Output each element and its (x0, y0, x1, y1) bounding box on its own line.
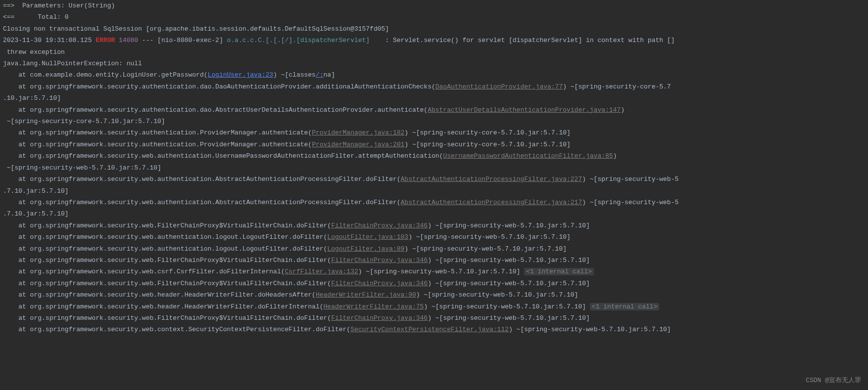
source-link[interactable]: LogoutFilter.java:103 (327, 233, 408, 241)
source-link[interactable]: FilterChainProxy.java:346 (331, 280, 428, 287)
log-line-parameters: ==> Parameters: User(String) (3, 0, 865, 11)
stack-frame-wrap: ~[spring-security-core-5.7.10.jar:5.7.10… (3, 116, 865, 127)
source-link[interactable]: FilterChainProxy.java:346 (331, 314, 428, 322)
stack-frame: at org.springframework.security.web.auth… (3, 231, 865, 243)
stack-frame-wrap: .10.jar:5.7.10] (3, 92, 865, 104)
log-message: Servlet.service() for servlet [dispatche… (393, 37, 675, 44)
stack-frame: at org.springframework.security.authenti… (3, 104, 865, 116)
exception-header: java.lang.NullPointerException: null (3, 58, 865, 69)
log-line-total: <== Total: 0 (3, 11, 865, 23)
source-link[interactable]: ProviderManager.java:201 (312, 141, 404, 148)
log-line-continuation: threw exception (3, 46, 865, 58)
stack-frame: at org.springframework.security.web.Filt… (3, 255, 865, 266)
stack-frame: at org.springframework.security.web.Filt… (3, 278, 865, 289)
source-link[interactable]: CsrfFilter.java:132 (285, 268, 358, 275)
thread-name: [nio-8080-exec-2] (157, 37, 227, 44)
source-link[interactable]: FilterChainProxy.java:346 (331, 222, 428, 229)
source-link[interactable]: SecurityContextPersistenceFilter.java:11… (350, 326, 509, 333)
source-link[interactable]: HeaderWriterFilter.java:75 (324, 303, 424, 310)
source-link[interactable]: /: (316, 71, 324, 79)
source-link[interactable]: HeaderWriterFilter.java:90 (316, 291, 416, 299)
stack-frame: at org.springframework.security.web.auth… (3, 197, 865, 208)
stack-frame: at org.springframework.security.web.head… (3, 289, 865, 301)
source-link[interactable]: LoginUser.java:23 (207, 71, 273, 79)
stack-frame-wrap: .7.10.jar:5.7.10] (3, 185, 865, 197)
source-link[interactable]: AbstractAuthenticationProcessingFilter.j… (401, 199, 582, 206)
stack-frame: at org.springframework.security.web.head… (3, 301, 865, 312)
process-id: 14080 (115, 37, 138, 44)
source-link[interactable]: UsernamePasswordAuthenticationFilter.jav… (443, 152, 613, 160)
log-level-error: ERROR (96, 37, 115, 44)
stack-frame-wrap: ~[spring-security-web-5.7.10.jar:5.7.10] (3, 162, 865, 173)
stack-frame: at org.springframework.security.authenti… (3, 139, 865, 150)
source-link[interactable]: AbstractUserDetailsAuthenticationProvide… (428, 106, 621, 114)
stack-frame: at org.springframework.security.web.auth… (3, 150, 865, 162)
spacer: : (370, 37, 393, 44)
source-link[interactable]: LogoutFilter.java:89 (327, 245, 404, 253)
stack-frame: at org.springframework.security.web.auth… (3, 173, 865, 185)
stack-frame: at org.springframework.security.web.auth… (3, 243, 865, 255)
logger-name: o.a.c.c.C.[.[.[/].[dispatcherServlet] (227, 37, 370, 44)
source-link[interactable]: AbstractAuthenticationProcessingFilter.j… (401, 175, 582, 183)
stack-frame: at org.springframework.security.authenti… (3, 81, 865, 92)
source-link[interactable]: ProviderManager.java:182 (312, 129, 404, 136)
log-line-closing: Closing non transactional SqlSession [or… (3, 23, 865, 35)
stack-frame: at com.example.demo.entity.LoginUser.get… (3, 69, 865, 81)
timestamp: 2023-11-30 19:31:08.125 (3, 37, 96, 44)
internal-calls-hint[interactable]: <1 internal call> (590, 303, 660, 310)
log-line-error-header: 2023-11-30 19:31:08.125 ERROR 14080 --- … (3, 35, 865, 46)
internal-calls-hint[interactable]: <1 internal call> (524, 268, 594, 275)
source-link[interactable]: DaoAuthenticationProvider.java:77 (435, 83, 563, 90)
separator: --- (138, 37, 157, 44)
stack-frame-wrap: .7.10.jar:5.7.10] (3, 208, 865, 219)
source-link[interactable]: FilterChainProxy.java:346 (331, 257, 428, 264)
stack-frame: at org.springframework.security.authenti… (3, 127, 865, 138)
stack-frame: at org.springframework.security.web.csrf… (3, 266, 865, 277)
stack-frame: at org.springframework.security.web.Filt… (3, 312, 865, 324)
stack-frame: at org.springframework.security.web.cont… (3, 324, 865, 335)
stack-frame: at org.springframework.security.web.Filt… (3, 220, 865, 231)
